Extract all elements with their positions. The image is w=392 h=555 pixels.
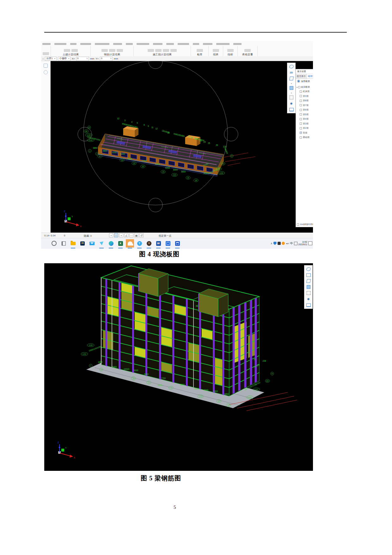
view-tool-monitor-icon[interactable] — [289, 107, 294, 112]
view-tool-cube-icon[interactable] — [289, 86, 294, 90]
view-tool-gear-icon[interactable]: ✱ — [289, 101, 294, 106]
taskbar-app-store[interactable] — [78, 239, 87, 247]
layer-dropdown[interactable]: 分层1▾ — [45, 57, 56, 61]
taskbar-app-glodon-app-2[interactable] — [173, 239, 181, 247]
menu-item-blur[interactable] — [42, 43, 51, 45]
ribbon-group-指标[interactable]: 指标 — [223, 46, 238, 56]
taskbar-app-media-app[interactable] — [145, 239, 153, 247]
x-offset-input[interactable]: 0⇅ — [76, 57, 89, 61]
floor-row[interactable]: 第8层 — [296, 98, 313, 103]
radio-current-floor[interactable]: 当前楼层 — [296, 79, 313, 84]
ribbon-button-blur[interactable] — [227, 49, 234, 52]
view-tool-gear-icon[interactable]: ✱ — [306, 297, 311, 301]
taskbar-app-word[interactable]: W — [154, 239, 162, 247]
floor-row[interactable]: 第5层 — [296, 112, 313, 117]
checkbox-icon[interactable] — [300, 100, 302, 102]
checkbox-icon[interactable] — [300, 122, 302, 125]
menu-item-blur[interactable] — [233, 43, 242, 45]
taskbar-app-wechat[interactable] — [126, 239, 134, 247]
ribbon-group-土建计算结果[interactable]: 土建计算结果 — [51, 46, 91, 56]
status-tool-angle[interactable]: ∠ — [124, 233, 128, 237]
menu-item-blur[interactable] — [166, 43, 174, 45]
checkbox-icon[interactable] — [298, 86, 300, 88]
status-tool-rect[interactable]: □ — [114, 233, 118, 237]
ime-indicator[interactable]: 中 — [290, 241, 293, 246]
taskbar-app-excel[interactable]: X — [116, 239, 125, 247]
action-center-icon[interactable] — [308, 241, 312, 245]
taskbar-app-file-explorer[interactable] — [69, 239, 77, 247]
floor-row[interactable]: 第6层 — [296, 108, 313, 112]
checkbox-icon[interactable] — [300, 95, 302, 97]
ribbon-group-施工段计算结果[interactable]: 施工段计算结果 — [134, 46, 191, 56]
tree-expand-icon[interactable]: ▾ — [297, 86, 297, 88]
menu-item-blur[interactable] — [216, 43, 230, 45]
floor-row[interactable]: 第3层 — [296, 122, 313, 126]
view-tool-dashed-icon[interactable] — [306, 291, 311, 295]
offset-dropdown[interactable]: 小偏移▾ — [58, 57, 70, 61]
menu-item-blur[interactable] — [193, 43, 199, 45]
status-tool-grid[interactable]: ▦ — [134, 233, 138, 237]
checkbox-icon[interactable] — [300, 132, 302, 134]
floor-row[interactable]: 第2层 — [296, 126, 313, 131]
pin-icon[interactable] — [44, 64, 48, 68]
ribbon-button-blur[interactable] — [109, 49, 115, 52]
floor-row[interactable]: 基础层 — [296, 135, 313, 140]
chevron-down-icon[interactable]: ∨ — [42, 58, 44, 60]
ribbon-button-blur[interactable] — [64, 49, 70, 52]
ribbon-button-blur[interactable] — [213, 49, 219, 52]
menu-item-blur[interactable] — [137, 43, 149, 45]
search-icon[interactable] — [44, 70, 48, 74]
floor-row[interactable]: 第4层 — [296, 117, 313, 122]
checkbox-icon[interactable] — [300, 109, 302, 111]
menu-item-blur[interactable] — [70, 43, 77, 45]
view-tool-cube-icon[interactable] — [306, 285, 311, 289]
viewport-3d-building[interactable]: 1/A61/A015001160105038501358001000050001… — [44, 263, 313, 471]
taskbar-clock[interactable]: 14:52 2022/5/11 — [298, 241, 307, 246]
ribbon-group-钢筋计算结果[interactable]: 钢筋计算结果 — [91, 46, 134, 56]
ribbon-group-partial[interactable] — [41, 46, 51, 56]
taskbar-app-tim[interactable]: T — [135, 239, 144, 247]
antivirus-icon[interactable] — [273, 242, 277, 245]
status-tool-cross[interactable]: × — [119, 233, 123, 237]
ribbon-button-blur[interactable] — [43, 52, 49, 55]
status-tool-snap[interactable]: + — [109, 233, 113, 237]
menu-item-blur[interactable] — [126, 43, 133, 45]
speaker-muted-icon[interactable]: ◄× — [286, 242, 289, 245]
stepper-icon[interactable]: ⇅ — [110, 57, 112, 60]
floor-row[interactable]: 首层 — [296, 131, 313, 135]
view-tool-2d-icon[interactable]: 2D — [289, 70, 294, 75]
checkbox-icon[interactable] — [300, 90, 302, 93]
taskbar-app-search[interactable] — [50, 239, 58, 247]
ribbon-button-blur[interactable] — [117, 49, 123, 52]
floor-row[interactable]: 第7层 — [296, 103, 313, 108]
ribbon-button-blur[interactable] — [148, 49, 154, 52]
checkbox-icon[interactable] — [300, 118, 302, 120]
y-offset-input[interactable]: 0⇅ — [100, 57, 113, 61]
menu-item-blur[interactable] — [153, 43, 162, 45]
panel-tab-楼层显示[interactable]: 楼层显示 — [307, 74, 313, 78]
taskbar-app-task-view[interactable] — [59, 239, 68, 247]
panel-bottom-checkbox[interactable]: 自动跟随绘图楼层 — [297, 223, 313, 226]
view-tool-image-icon[interactable] — [306, 273, 311, 277]
menu-item-blur[interactable] — [203, 43, 212, 45]
ribbon-group-报表[interactable]: 报表 — [209, 46, 223, 56]
floor-row[interactable]: 第9层 — [296, 94, 313, 99]
ribbon-group-表格算量[interactable]: 表格算量 — [238, 46, 258, 56]
qq-icon[interactable] — [282, 242, 285, 245]
menu-item-blur[interactable] — [113, 43, 122, 45]
checkbox-icon[interactable] — [300, 127, 302, 129]
view-tool-orbit-icon[interactable] — [289, 64, 294, 69]
view-tool-prism-icon[interactable] — [289, 76, 294, 81]
viewport-3d-slab[interactable]: 1234589111213151718202324252622890895089… — [51, 61, 313, 233]
view-tool-orbit-icon[interactable] — [306, 267, 311, 271]
ribbon-button-blur[interactable] — [197, 49, 203, 52]
camera-icon[interactable] — [278, 242, 281, 245]
ribbon-button-blur[interactable] — [244, 49, 251, 52]
checkbox-icon[interactable] — [300, 104, 302, 106]
ribbon-button-blur[interactable] — [170, 49, 177, 52]
ribbon-button-blur[interactable] — [101, 49, 108, 52]
taskbar-app-edge[interactable] — [107, 239, 115, 247]
status-tool-dots[interactable]: ⋯ — [129, 233, 133, 237]
floor-row[interactable]: 机房层 — [296, 89, 313, 94]
view-tool-dashed-icon[interactable] — [289, 95, 294, 100]
